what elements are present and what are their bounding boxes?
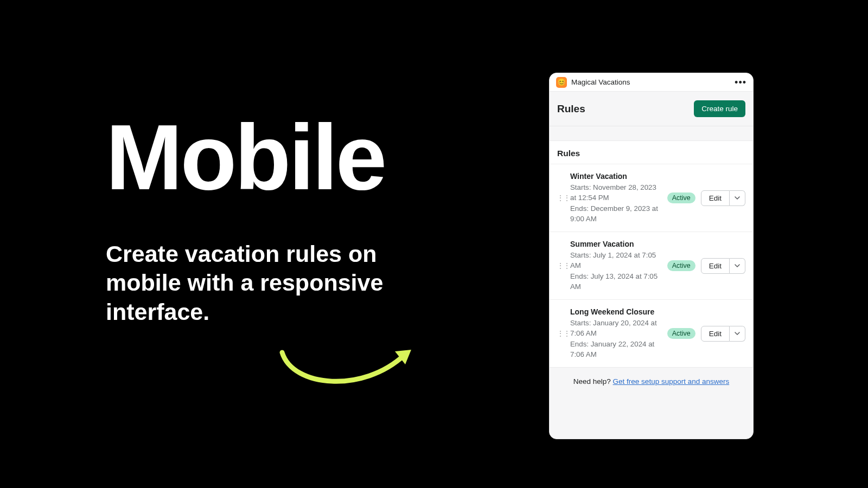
rule-row: ⋮⋮ Summer Vacation Starts: July 1, 2024 … bbox=[550, 232, 753, 299]
card-title: Rules bbox=[550, 141, 753, 164]
mobile-preview: 😊 Magical Vacations ••• Rules Create rul… bbox=[549, 73, 754, 439]
rule-ends: Ends: December 9, 2023 at 9:00 AM bbox=[570, 203, 662, 224]
rule-starts: Starts: January 20, 2024 at 7:06 AM bbox=[570, 318, 662, 339]
rule-starts: Starts: November 28, 2023 at 12:54 PM bbox=[570, 182, 662, 203]
rule-ends: Ends: July 13, 2024 at 7:05 AM bbox=[570, 271, 662, 292]
help-prefix: Need help? bbox=[573, 377, 613, 386]
spacer bbox=[550, 126, 753, 140]
chevron-down-icon bbox=[734, 262, 741, 269]
hero-subtitle: Create vacation rules on mobile with a r… bbox=[106, 240, 410, 327]
help-row: Need help? Get free setup support and an… bbox=[550, 368, 753, 395]
rules-card: Rules ⋮⋮ Winter Vacation Starts: Novembe… bbox=[550, 140, 753, 368]
app-bar: 😊 Magical Vacations ••• bbox=[550, 73, 753, 92]
drag-handle-icon[interactable]: ⋮⋮ bbox=[557, 330, 565, 337]
rule-name: Winter Vacation bbox=[570, 172, 662, 181]
app-title: Magical Vacations bbox=[571, 78, 630, 86]
edit-menu-button[interactable] bbox=[730, 190, 745, 206]
edit-menu-button[interactable] bbox=[730, 258, 745, 274]
rule-row: ⋮⋮ Winter Vacation Starts: November 28, … bbox=[550, 164, 753, 232]
status-badge: Active bbox=[667, 328, 695, 339]
drag-handle-icon[interactable]: ⋮⋮ bbox=[557, 194, 565, 202]
rule-name: Summer Vacation bbox=[570, 240, 662, 248]
edit-menu-button[interactable] bbox=[730, 326, 745, 342]
edit-button[interactable]: Edit bbox=[701, 258, 730, 274]
chevron-down-icon bbox=[734, 330, 741, 337]
status-badge: Active bbox=[667, 192, 695, 203]
status-badge: Active bbox=[667, 260, 695, 271]
app-icon: 😊 bbox=[556, 77, 567, 88]
rule-row: ⋮⋮ Long Weekend Closure Starts: January … bbox=[550, 299, 753, 367]
more-icon[interactable]: ••• bbox=[735, 78, 746, 87]
arrow-icon bbox=[277, 336, 418, 390]
create-rule-button[interactable]: Create rule bbox=[694, 100, 745, 117]
help-link[interactable]: Get free setup support and answers bbox=[613, 377, 730, 386]
page-header: Rules Create rule bbox=[550, 92, 753, 126]
rule-name: Long Weekend Closure bbox=[570, 307, 662, 316]
rule-ends: Ends: January 22, 2024 at 7:06 AM bbox=[570, 339, 662, 360]
edit-button[interactable]: Edit bbox=[701, 190, 730, 206]
drag-handle-icon[interactable]: ⋮⋮ bbox=[557, 262, 565, 269]
chevron-down-icon bbox=[734, 195, 741, 201]
rule-starts: Starts: July 1, 2024 at 7:05 AM bbox=[570, 250, 662, 271]
hero-title: Mobile bbox=[106, 114, 410, 202]
edit-button[interactable]: Edit bbox=[701, 326, 730, 342]
page-title: Rules bbox=[557, 103, 585, 115]
